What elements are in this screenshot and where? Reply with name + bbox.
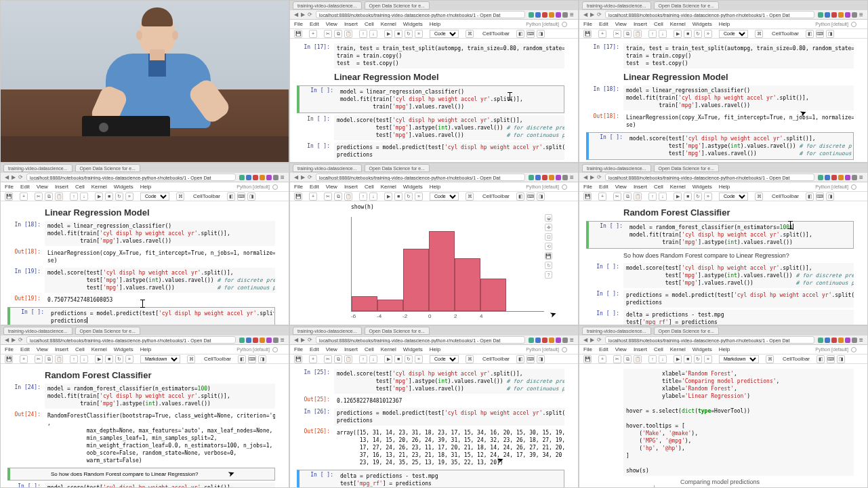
- celltoolbar-label[interactable]: CellToolbar: [193, 193, 220, 199]
- celltoolbar-label[interactable]: CellToolbar: [482, 30, 510, 37]
- code-cell[interactable]: model.score(test['cyl displ hp weight ac…: [45, 268, 275, 293]
- menu-view[interactable]: View: [326, 184, 337, 190]
- menu-widgets[interactable]: Widgets: [403, 21, 423, 27]
- ext-button[interactable]: ◧: [227, 192, 235, 201]
- tab-2[interactable]: Open Data Science for e...: [365, 164, 430, 172]
- menu-file[interactable]: File: [583, 184, 592, 190]
- cut-button[interactable]: ✂: [35, 355, 43, 363]
- ext-button[interactable]: ◨: [258, 355, 266, 363]
- back-icon[interactable]: ◀: [293, 338, 299, 343]
- ext-button[interactable]: ◨: [837, 355, 845, 363]
- move-down-button[interactable]: ↓: [659, 192, 667, 201]
- ext-icon[interactable]: [852, 175, 857, 180]
- run-button[interactable]: ▶: [384, 192, 392, 201]
- ext-icon[interactable]: [535, 12, 541, 18]
- menu-view[interactable]: View: [615, 346, 627, 352]
- wheel-zoom-icon[interactable]: ⟲: [545, 243, 552, 250]
- menu-help[interactable]: Help: [719, 21, 730, 27]
- move-up-button[interactable]: ↑: [70, 355, 78, 363]
- run-button[interactable]: ▶: [384, 30, 392, 38]
- ext-icon[interactable]: [542, 12, 547, 18]
- ext-icon[interactable]: [529, 175, 534, 180]
- ext-icon[interactable]: [266, 175, 272, 180]
- cmd-palette-button[interactable]: ⌘: [466, 355, 474, 363]
- menu-file[interactable]: File: [294, 346, 303, 352]
- menu-help[interactable]: Help: [140, 184, 151, 190]
- ext-icon[interactable]: [542, 338, 547, 343]
- url-field[interactable]: localhost:8888/notebooks/training-video-…: [605, 336, 814, 344]
- markdown-cell-editing[interactable]: So how does Random Forest compare to Lin…: [48, 469, 274, 479]
- ext-button[interactable]: ◨: [826, 30, 834, 38]
- menu-view[interactable]: View: [326, 21, 337, 27]
- ext-icon[interactable]: [273, 175, 278, 180]
- ext-icon[interactable]: [838, 12, 844, 18]
- menu-kernel[interactable]: Kernel: [670, 184, 686, 190]
- save-button[interactable]: 💾: [583, 192, 592, 201]
- celltoolbar-label[interactable]: CellToolbar: [783, 356, 810, 362]
- move-down-button[interactable]: ↓: [369, 30, 377, 38]
- celltype-select[interactable]: Code: [719, 192, 748, 201]
- ext-icon[interactable]: [845, 338, 850, 343]
- ext-button[interactable]: ◧: [238, 355, 246, 363]
- menu-file[interactable]: File: [583, 21, 592, 27]
- ext-icon[interactable]: [542, 175, 547, 180]
- bokeh-logo-icon[interactable]: ◒: [545, 214, 552, 222]
- histogram-plot[interactable]: ◒ ✥ ⊡ ⟲ 💾 ↻ ? -6-4-2024: [331, 210, 558, 322]
- menu-file[interactable]: File: [294, 21, 303, 27]
- back-icon[interactable]: ◀: [583, 12, 588, 18]
- reload-icon[interactable]: ⟳: [596, 12, 602, 18]
- celltype-select[interactable]: Code: [719, 30, 748, 38]
- code-cell[interactable]: train, test = train_test_split(autompg, …: [334, 43, 564, 68]
- code-cell[interactable]: model.score(test['cyl displ hp weight ac…: [334, 369, 564, 394]
- add-cell-button[interactable]: +: [309, 30, 317, 38]
- menu-help[interactable]: Help: [430, 346, 440, 352]
- notebook-area[interactable]: Linear Regression Model In [18]: model =…: [1, 201, 289, 325]
- cut-button[interactable]: ✂: [35, 192, 43, 201]
- menu-view[interactable]: View: [37, 346, 48, 352]
- menu-edit[interactable]: Edit: [599, 184, 608, 190]
- url-field[interactable]: localhost:8888/notebooks/training-video-…: [26, 336, 236, 344]
- paste-button[interactable]: 📋: [344, 192, 352, 201]
- celltype-select[interactable]: Code: [140, 192, 169, 201]
- back-icon[interactable]: ◀: [4, 175, 9, 180]
- menu-widgets[interactable]: Widgets: [403, 184, 423, 190]
- menu-icon[interactable]: ≡: [279, 174, 286, 181]
- tab-1[interactable]: training-video-datascience...: [582, 164, 651, 172]
- move-up-button[interactable]: ↑: [359, 192, 367, 201]
- copy-button[interactable]: ⧉: [623, 192, 632, 201]
- back-icon[interactable]: ◀: [583, 175, 588, 180]
- add-cell-button[interactable]: +: [309, 355, 317, 363]
- restart-button[interactable]: ↻: [405, 355, 413, 363]
- menu-view[interactable]: View: [615, 21, 627, 27]
- copy-button[interactable]: ⧉: [45, 192, 53, 201]
- stop-button[interactable]: ■: [394, 355, 402, 363]
- move-up-button[interactable]: ↑: [70, 192, 78, 201]
- ext-button[interactable]: ⌨: [827, 355, 835, 363]
- menu-kernel[interactable]: Kernel: [91, 346, 107, 352]
- ext-icon[interactable]: [529, 12, 534, 18]
- copy-button[interactable]: ⧉: [623, 30, 632, 38]
- move-up-button[interactable]: ↑: [648, 30, 657, 38]
- ext-icon[interactable]: [818, 338, 823, 343]
- cmd-palette-button[interactable]: ⌘: [755, 30, 763, 38]
- ext-icon[interactable]: [556, 338, 561, 343]
- code-cell[interactable]: model.score(test['cyl displ hp weight ac…: [45, 483, 275, 487]
- ext-button[interactable]: ◧: [806, 30, 814, 38]
- stop-button[interactable]: ■: [105, 192, 113, 201]
- run-button[interactable]: ▶: [95, 355, 103, 363]
- ext-button[interactable]: ⌨: [237, 192, 245, 201]
- celltoolbar-label[interactable]: CellToolbar: [482, 356, 510, 362]
- menu-help[interactable]: Help: [430, 21, 440, 27]
- stop-button[interactable]: ■: [684, 355, 692, 363]
- copy-button[interactable]: ⧉: [334, 30, 342, 38]
- ext-button[interactable]: ◨: [826, 192, 834, 201]
- paste-button[interactable]: 📋: [55, 192, 63, 201]
- restart-button[interactable]: ↻: [694, 355, 702, 363]
- stop-button[interactable]: ■: [684, 30, 692, 38]
- menu-help[interactable]: Help: [140, 346, 151, 352]
- menu-cell[interactable]: Cell: [75, 346, 85, 352]
- add-cell-button[interactable]: +: [20, 355, 28, 363]
- menu-insert[interactable]: Insert: [344, 184, 358, 190]
- code-cell[interactable]: model = random_forest_classifier(n_estim…: [627, 222, 852, 247]
- menu-edit[interactable]: Edit: [20, 346, 30, 352]
